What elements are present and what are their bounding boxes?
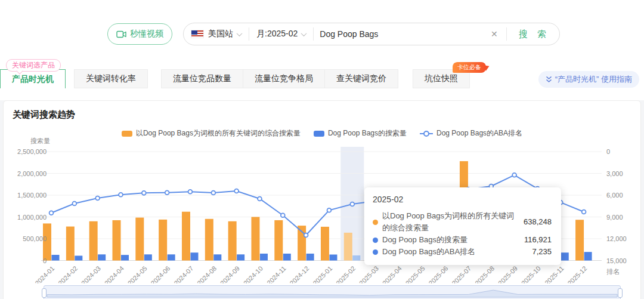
svg-text:2024-07: 2024-07 [172, 264, 194, 283]
search-button[interactable]: 搜 索 [507, 29, 559, 40]
marketplace-select[interactable]: 美国站 [184, 23, 249, 45]
tab-bar: 产品时光机关键词转化率流量位竞品数量流量位竞争格局查关键词竞价坑位快照卡位必备 [0, 69, 470, 88]
usage-guide-label: “产品时光机” 使用指南 [555, 74, 632, 85]
search-bar: 美国站 月:2025-02 ✕ 搜 索 [183, 23, 560, 45]
svg-text:2025-12: 2025-12 [566, 264, 588, 283]
chevron-down-icon [301, 30, 307, 36]
right-axis-title: 排名 [606, 268, 620, 275]
svg-text:2024-10: 2024-10 [242, 264, 264, 283]
svg-text:2024-03: 2024-03 [80, 264, 102, 283]
tooltip-label: Dog Poop Bags的ABA排名 [382, 246, 475, 258]
svg-text:15,000: 15,000 [606, 257, 627, 264]
tab-item[interactable]: 产品时光机 [0, 69, 66, 88]
svg-text:2,000,000: 2,000,000 [17, 170, 47, 177]
svg-text:1,000,000: 1,000,000 [17, 214, 47, 221]
hot-badge: 卡位必备 [453, 62, 486, 73]
left-axis-title: 搜索量 [30, 137, 50, 144]
svg-text:2,500,000: 2,500,000 [17, 148, 47, 155]
tooltip-label: Dog Poop Bags的搜索量 [382, 234, 467, 246]
series-dot-icon [373, 238, 378, 243]
clear-icon[interactable]: ✕ [482, 29, 506, 39]
svg-text:1,500,000: 1,500,000 [17, 192, 47, 199]
svg-text:2024-09: 2024-09 [219, 264, 241, 283]
svg-text:2025-05: 2025-05 [404, 264, 426, 283]
datazoom-minimap [44, 286, 620, 299]
svg-text:2024-05: 2024-05 [126, 264, 148, 283]
svg-text:2025-11: 2025-11 [543, 264, 565, 283]
tooltip-date: 2025-02 [373, 195, 552, 204]
datazoom-slider[interactable] [44, 285, 621, 299]
us-flag-icon [191, 30, 204, 38]
svg-text:2024-12: 2024-12 [289, 264, 311, 283]
tooltip-value: 638,248 [515, 216, 552, 228]
svg-text:2025-03: 2025-03 [358, 264, 380, 283]
svg-text:2025-09: 2025-09 [497, 264, 519, 283]
datazoom-area [47, 290, 617, 297]
tab-item[interactable]: 查关键词竞价 [324, 69, 398, 88]
tooltip-row: Dog Poop Bags的搜索量116,921 [373, 234, 552, 246]
tooltip-rows: 以Dog Poop Bags为词根的所有关键词的综合搜索量638,248Dog … [373, 210, 552, 258]
series-dot-icon [373, 249, 378, 255]
datazoom-right-handle[interactable] [618, 288, 623, 298]
svg-text:2024-02: 2024-02 [57, 264, 79, 283]
intro-video-label: 秒懂视频 [130, 29, 163, 39]
x-axis-labels: 2024-012024-022024-032024-042024-052024-… [33, 264, 588, 283]
svg-text:0: 0 [43, 257, 47, 264]
svg-text:2025-10: 2025-10 [520, 264, 542, 283]
svg-text:2024-08: 2024-08 [196, 264, 218, 283]
svg-text:9,000: 9,000 [606, 214, 623, 221]
tab-item[interactable]: 流量位竞品数量 [161, 69, 243, 88]
svg-text:2025-02: 2025-02 [335, 264, 357, 283]
usage-guide-link[interactable]: “产品时光机” 使用指南 [538, 71, 639, 88]
tab-item[interactable]: 坑位快照卡位必备 [413, 69, 470, 88]
tooltip-value: 7,235 [524, 246, 552, 258]
datazoom-left-handle[interactable] [42, 288, 47, 298]
search-input[interactable] [314, 29, 482, 39]
page-header: 秒懂视频 美国站 月:2025-02 ✕ 搜 索 关键词选产品 产品时光机关键词… [0, 0, 644, 100]
svg-text:2024-11: 2024-11 [265, 264, 287, 283]
chevron-down-icon [237, 30, 243, 36]
tooltip-row: Dog Poop Bags的ABA排名7,235 [373, 246, 552, 258]
svg-text:2025-01: 2025-01 [311, 264, 333, 283]
svg-text:12,000: 12,000 [606, 235, 627, 242]
month-label: 月:2025-02 [256, 29, 298, 39]
svg-text:2024-06: 2024-06 [150, 264, 172, 283]
tab-item[interactable]: 流量位竞争格局 [243, 69, 324, 88]
chart-tooltip: 2025-02 以Dog Poop Bags为词根的所有关键词的综合搜索量638… [364, 187, 561, 265]
svg-text:2025-06: 2025-06 [427, 264, 449, 283]
svg-text:2024-01: 2024-01 [33, 264, 55, 283]
tab-item[interactable]: 关键词转化率 [74, 69, 148, 88]
svg-text:2025-08: 2025-08 [473, 264, 496, 283]
search-row: 秒懂视频 美国站 月:2025-02 ✕ 搜 索 [107, 23, 560, 45]
svg-text:3,000: 3,000 [606, 170, 623, 177]
svg-text:2024-04: 2024-04 [103, 264, 125, 283]
svg-text:2025-04: 2025-04 [381, 264, 403, 283]
trend-card: 关键词搜索趋势 以Dog Poop Bags为词根的所有关键词的综合搜索量Dog… [3, 100, 641, 299]
month-select[interactable]: 月:2025-02 [249, 23, 313, 45]
svg-text:2025-07: 2025-07 [450, 264, 472, 283]
svg-text:6,000: 6,000 [606, 192, 623, 199]
video-camera-icon [116, 30, 126, 38]
tooltip-value: 116,921 [516, 234, 552, 246]
series-dot-icon [373, 220, 378, 225]
svg-text:0: 0 [606, 148, 610, 155]
marketplace-label: 美国站 [208, 29, 233, 39]
right-axis-labels: 03,0006,0009,00012,00015,000 [606, 148, 627, 264]
tooltip-label: 以Dog Poop Bags为词根的所有关键词的综合搜索量 [382, 210, 515, 234]
svg-text:500,000: 500,000 [23, 235, 47, 242]
intro-video-button[interactable]: 秒懂视频 [107, 23, 172, 45]
tooltip-row: 以Dog Poop Bags为词根的所有关键词的综合搜索量638,248 [373, 210, 552, 234]
double-chevron-down-icon [546, 76, 552, 83]
keyword-pick-badge: 关键词选产品 [6, 59, 61, 72]
left-axis-labels: 2,500,0002,000,0001,500,0001,000,000500,… [17, 148, 47, 264]
